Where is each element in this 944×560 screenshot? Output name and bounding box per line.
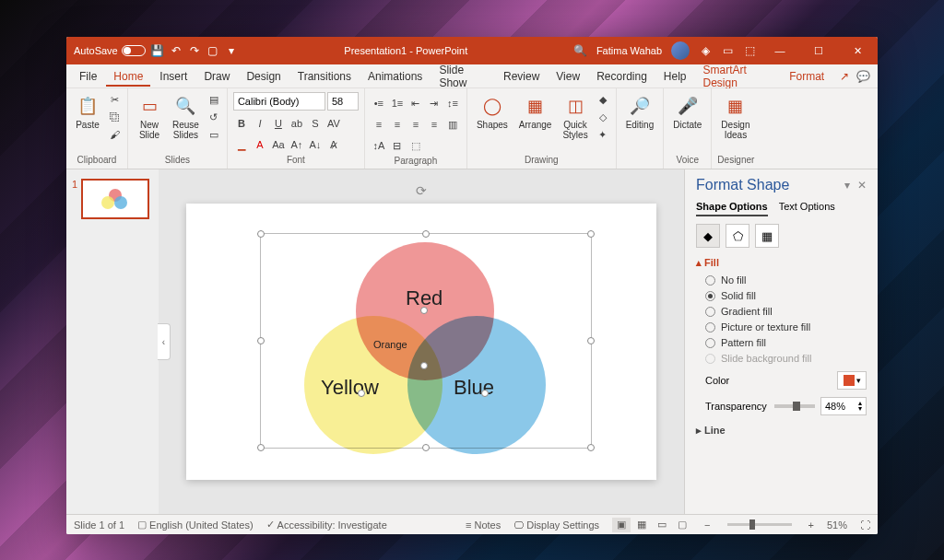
indent-inc-button[interactable]: ⇥ — [426, 95, 442, 111]
redo-icon[interactable]: ↷ — [188, 44, 201, 57]
copy-icon[interactable]: ⿻ — [107, 110, 122, 124]
shape-fill-icon[interactable]: ◆ — [596, 92, 610, 107]
align-left-button[interactable]: ≡ — [371, 116, 387, 133]
notes-button[interactable]: ≡ Notes — [466, 519, 501, 531]
shapes-button[interactable]: ◯Shapes — [473, 92, 512, 132]
tray-icon[interactable]: ▭ — [721, 44, 734, 57]
fill-line-icon[interactable]: ◆ — [696, 224, 720, 248]
tab-file[interactable]: File — [72, 66, 104, 87]
arrange-button[interactable]: ▦Arrange — [515, 92, 556, 132]
radio-no-fill[interactable]: No fill — [705, 274, 867, 286]
resize-handle[interactable] — [257, 230, 265, 238]
slide-editor[interactable]: ‹ ⟳ Red Yellow — [159, 169, 684, 514]
shadow-button[interactable]: S — [307, 115, 324, 132]
editing-button[interactable]: 🔎Editing — [622, 92, 658, 132]
shape-effects-icon[interactable]: ✦ — [596, 127, 610, 142]
tab-animations[interactable]: Animations — [360, 66, 430, 87]
comments-button[interactable]: 💬 — [855, 66, 872, 87]
indent-dec-button[interactable]: ⇤ — [407, 95, 424, 111]
tab-draw[interactable]: Draw — [196, 66, 237, 87]
columns-button[interactable]: ▥ — [444, 116, 461, 133]
section-icon[interactable]: ▭ — [206, 127, 221, 142]
close-button[interactable]: ✕ — [843, 37, 872, 64]
pane-close-icon[interactable]: ✕ — [857, 179, 867, 192]
radio-picture-fill[interactable]: Picture or texture fill — [705, 321, 867, 332]
venn-diagram[interactable]: Red Yellow Blue Orange — [304, 242, 546, 445]
zoom-out-button[interactable]: − — [704, 519, 710, 531]
fill-section-header[interactable]: ▴ Fill — [696, 257, 867, 269]
resize-handle[interactable] — [257, 337, 265, 344]
quick-styles-button[interactable]: ◫Quick Styles — [559, 92, 591, 142]
reuse-slides-button[interactable]: 🔍 Reuse Slides — [169, 92, 203, 142]
reset-icon[interactable]: ↺ — [206, 110, 221, 124]
tab-design[interactable]: Design — [239, 66, 288, 87]
increase-font-button[interactable]: A↑ — [289, 136, 305, 153]
tab-transitions[interactable]: Transitions — [290, 66, 359, 87]
venn-label-blue[interactable]: Blue — [454, 376, 494, 400]
tab-insert[interactable]: Insert — [152, 66, 195, 87]
smartart-button[interactable]: ⬚ — [407, 137, 424, 154]
layout-icon[interactable]: ▤ — [206, 92, 221, 107]
radio-solid-fill[interactable]: Solid fill — [705, 290, 867, 301]
resize-handle[interactable] — [422, 444, 430, 451]
strikethrough-button[interactable]: ab — [289, 115, 305, 132]
tab-view[interactable]: View — [549, 66, 587, 87]
dictate-button[interactable]: 🎤Dictate — [669, 92, 705, 132]
transparency-slider[interactable] — [774, 404, 815, 408]
diamond-icon[interactable]: ◈ — [699, 44, 712, 57]
tab-review[interactable]: Review — [496, 66, 547, 87]
line-spacing-button[interactable]: ↕≡ — [444, 95, 461, 111]
resize-handle[interactable] — [422, 230, 430, 238]
present-icon[interactable]: ▢ — [206, 44, 219, 57]
design-ideas-button[interactable]: ▦Design Ideas — [717, 92, 753, 142]
text-direction-button[interactable]: ↕A — [371, 137, 387, 154]
highlight-button[interactable]: ▁ — [233, 136, 250, 153]
shape-handle[interactable] — [420, 362, 428, 369]
format-painter-icon[interactable]: 🖌 — [107, 127, 122, 142]
accessibility-button[interactable]: ✓ Accessibility: Investigate — [266, 519, 387, 531]
size-props-icon[interactable]: ▦ — [755, 224, 779, 248]
reading-view-icon[interactable]: ▭ — [653, 518, 671, 532]
radio-gradient-fill[interactable]: Gradient fill — [705, 306, 867, 317]
justify-button[interactable]: ≡ — [426, 116, 442, 133]
collapse-thumbnails-button[interactable]: ‹ — [158, 323, 171, 360]
autosave-toggle[interactable]: AutoSave — [74, 45, 146, 56]
search-icon[interactable]: 🔍 — [574, 44, 587, 57]
slide-thumbnail[interactable] — [81, 179, 149, 219]
underline-button[interactable]: U — [270, 115, 287, 132]
paste-button[interactable]: 📋 Paste — [72, 92, 103, 132]
display-settings-button[interactable]: 🖵 Display Settings — [513, 519, 599, 531]
avatar[interactable] — [671, 41, 690, 60]
sorter-view-icon[interactable]: ▦ — [632, 518, 651, 532]
save-icon[interactable]: 💾 — [151, 44, 164, 57]
slideshow-view-icon[interactable]: ▢ — [673, 518, 691, 532]
color-picker[interactable]: ▾ — [837, 371, 867, 390]
shape-handle[interactable] — [420, 307, 428, 314]
tab-home[interactable]: Home — [106, 66, 150, 87]
effects-icon[interactable]: ⬠ — [726, 224, 749, 248]
language-button[interactable]: ▢ English (United States) — [137, 519, 254, 531]
more-icon[interactable]: ▾ — [225, 44, 238, 57]
resize-handle[interactable] — [257, 444, 265, 451]
bullets-button[interactable]: •≡ — [371, 95, 387, 111]
slide-counter[interactable]: Slide 1 of 1 — [74, 519, 124, 531]
numbering-button[interactable]: 1≡ — [389, 95, 406, 111]
tab-text-options[interactable]: Text Options — [779, 201, 835, 216]
shape-outline-icon[interactable]: ◇ — [596, 110, 610, 124]
undo-icon[interactable]: ↶ — [170, 44, 183, 57]
zoom-level[interactable]: 51% — [827, 519, 847, 531]
tab-help[interactable]: Help — [656, 66, 694, 87]
venn-label-yellow[interactable]: Yellow — [321, 376, 379, 400]
new-slide-button[interactable]: ▭ New Slide — [134, 92, 165, 142]
resize-handle[interactable] — [587, 337, 595, 344]
clear-format-button[interactable]: A̷ — [325, 136, 342, 153]
slide-canvas[interactable]: ⟳ Red Yellow Blue — [186, 204, 656, 480]
venn-label-orange[interactable]: Orange — [373, 339, 407, 350]
align-right-button[interactable]: ≡ — [407, 116, 424, 133]
italic-button[interactable]: I — [252, 115, 268, 132]
change-case-button[interactable]: Aa — [270, 136, 287, 153]
bold-button[interactable]: B — [233, 115, 250, 132]
resize-handle[interactable] — [587, 444, 595, 451]
zoom-in-button[interactable]: + — [808, 519, 814, 531]
tab-recording[interactable]: Recording — [589, 66, 655, 87]
